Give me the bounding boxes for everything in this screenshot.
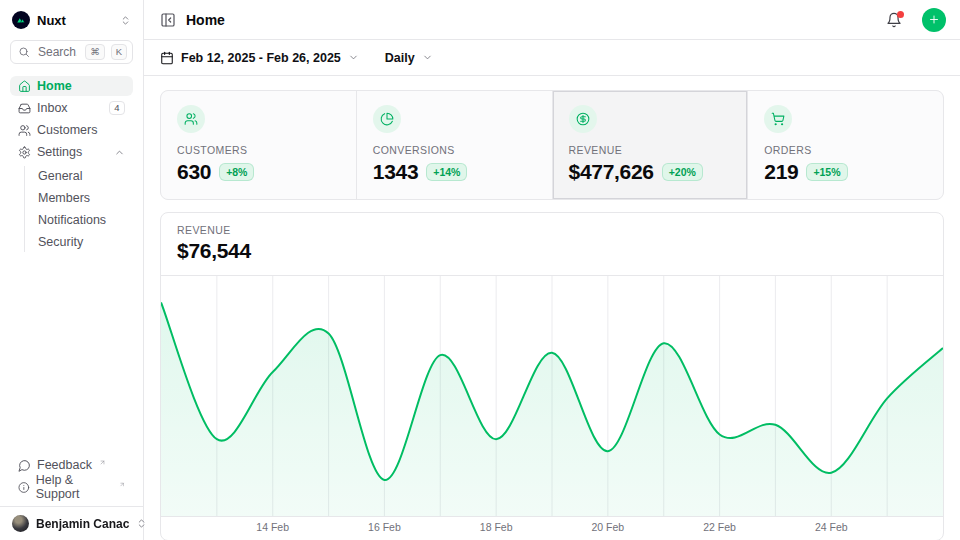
sidebar-subitem-label: Members	[38, 191, 125, 205]
plus-icon	[928, 13, 940, 26]
x-tick-label: 24 Feb	[815, 521, 848, 533]
notifications-button[interactable]	[886, 12, 902, 28]
search-box[interactable]: ⌘ K	[10, 40, 133, 64]
content: CUSTOMERS 630 +8% CONVERSIONS 1343 +14%	[144, 76, 960, 540]
footer-link-label: Help & Support	[36, 473, 112, 501]
kbd-k: K	[111, 44, 127, 60]
notification-dot	[897, 11, 904, 18]
date-range-label: Feb 12, 2025 - Feb 26, 2025	[181, 51, 341, 65]
filters-toolbar: Feb 12, 2025 - Feb 26, 2025 Daily	[144, 40, 960, 76]
chevrons-up-down-icon	[136, 518, 147, 529]
chart-metric-label: REVENUE	[177, 224, 927, 236]
add-button[interactable]	[922, 8, 946, 32]
stat-value: 219	[764, 160, 798, 184]
chevron-up-icon	[114, 147, 125, 158]
x-tick-label: 22 Feb	[703, 521, 736, 533]
revenue-chart-card: REVENUE $76,544 14 Feb16 Feb18 Feb20	[160, 212, 944, 540]
stat-value: 630	[177, 160, 211, 184]
chevron-down-icon	[422, 52, 433, 63]
help-support-link[interactable]: Help & Support	[10, 477, 133, 497]
stat-delta-badge: +14%	[426, 163, 467, 181]
stat-label: ORDERS	[764, 144, 927, 156]
sidebar-item-label: Settings	[37, 145, 108, 159]
sidebar-footer-nav: Feedback Help & Support	[10, 455, 133, 497]
feedback-link[interactable]: Feedback	[10, 455, 133, 475]
main-panel: Home Feb 12, 2025 - Feb 26, 2025 Daily	[144, 0, 960, 540]
kbd-cmd: ⌘	[85, 44, 105, 60]
avatar	[12, 515, 29, 532]
chevron-down-icon	[348, 52, 359, 63]
sidebar: Nuxt ⌘ K Home Inbox 4 Customers Settings	[0, 0, 144, 540]
sidebar-nav: Home Inbox 4 Customers Settings General …	[10, 76, 133, 252]
sidebar-collapse-button[interactable]	[160, 12, 176, 28]
sidebar-item-settings[interactable]: Settings	[10, 142, 133, 162]
sidebar-footer: Feedback Help & Support Benjamin Canac	[10, 455, 133, 540]
message-circle-icon	[18, 459, 31, 472]
stat-delta-badge: +15%	[806, 163, 847, 181]
sidebar-item-customers[interactable]: Customers	[10, 120, 133, 140]
stat-card-conversions[interactable]: CONVERSIONS 1343 +14%	[357, 91, 552, 199]
chart-pie-icon	[373, 105, 401, 133]
inbox-count-badge: 4	[109, 101, 125, 116]
user-name: Benjamin Canac	[36, 517, 129, 531]
period-label: Daily	[385, 51, 415, 65]
sidebar-item-label: Home	[37, 79, 125, 93]
user-menu[interactable]: Benjamin Canac	[0, 506, 143, 540]
search-input[interactable]	[36, 44, 79, 60]
chart-header: REVENUE $76,544	[161, 213, 943, 276]
revenue-area-chart[interactable]	[161, 276, 943, 517]
workspace-name: Nuxt	[37, 13, 113, 28]
sidebar-item-members[interactable]: Members	[30, 188, 133, 208]
sidebar-item-general[interactable]: General	[30, 166, 133, 186]
house-icon	[18, 80, 31, 93]
search-icon	[18, 46, 30, 58]
app-header: Home	[144, 0, 960, 40]
stat-value: $477,626	[569, 160, 654, 184]
stat-card-revenue[interactable]: REVENUE $477,626 +20%	[553, 91, 748, 199]
chart-svg	[161, 276, 943, 516]
external-link-icon	[119, 481, 125, 488]
nuxt-logo	[12, 11, 30, 29]
inbox-icon	[18, 102, 31, 115]
sidebar-item-home[interactable]: Home	[10, 76, 133, 96]
date-range-picker[interactable]: Feb 12, 2025 - Feb 26, 2025	[160, 51, 359, 65]
sidebar-item-label: Customers	[37, 123, 125, 137]
x-tick-label: 16 Feb	[368, 521, 401, 533]
settings-subnav: General Members Notifications Security	[24, 166, 133, 252]
users-icon	[177, 105, 205, 133]
stat-label: CONVERSIONS	[373, 144, 536, 156]
external-link-icon	[99, 459, 106, 466]
footer-link-label: Feedback	[37, 458, 92, 472]
period-select[interactable]: Daily	[385, 51, 433, 65]
sidebar-subitem-label: Security	[38, 235, 125, 249]
sidebar-item-inbox[interactable]: Inbox 4	[10, 98, 133, 118]
sidebar-subitem-label: Notifications	[38, 213, 125, 227]
circle-dollar-icon	[569, 105, 597, 133]
info-icon	[18, 481, 30, 494]
gear-icon	[18, 146, 31, 159]
stat-label: REVENUE	[569, 144, 732, 156]
users-icon	[18, 124, 31, 137]
stat-card-customers[interactable]: CUSTOMERS 630 +8%	[161, 91, 356, 199]
calendar-icon	[160, 51, 174, 65]
stats-grid: CUSTOMERS 630 +8% CONVERSIONS 1343 +14%	[160, 90, 944, 200]
sidebar-item-security[interactable]: Security	[30, 232, 133, 252]
stat-card-orders[interactable]: ORDERS 219 +15%	[748, 91, 943, 199]
chart-x-axis-labels: 14 Feb16 Feb18 Feb20 Feb22 Feb24 Feb	[161, 517, 943, 536]
x-tick-label: 20 Feb	[591, 521, 624, 533]
sidebar-item-label: Inbox	[37, 101, 103, 115]
page-title: Home	[186, 12, 876, 28]
workspace-switcher[interactable]: Nuxt	[10, 10, 133, 30]
stat-delta-badge: +8%	[219, 163, 254, 181]
cart-icon	[764, 105, 792, 133]
panel-left-close-icon	[160, 12, 176, 28]
stat-label: CUSTOMERS	[177, 144, 340, 156]
nuxt-logo-icon	[15, 14, 27, 26]
x-tick-label: 14 Feb	[256, 521, 289, 533]
chevrons-up-down-icon	[120, 15, 131, 26]
x-tick-label: 18 Feb	[480, 521, 513, 533]
stat-value: 1343	[373, 160, 419, 184]
sidebar-item-notifications[interactable]: Notifications	[30, 210, 133, 230]
chart-metric-value: $76,544	[177, 239, 927, 263]
stat-delta-badge: +20%	[662, 163, 703, 181]
